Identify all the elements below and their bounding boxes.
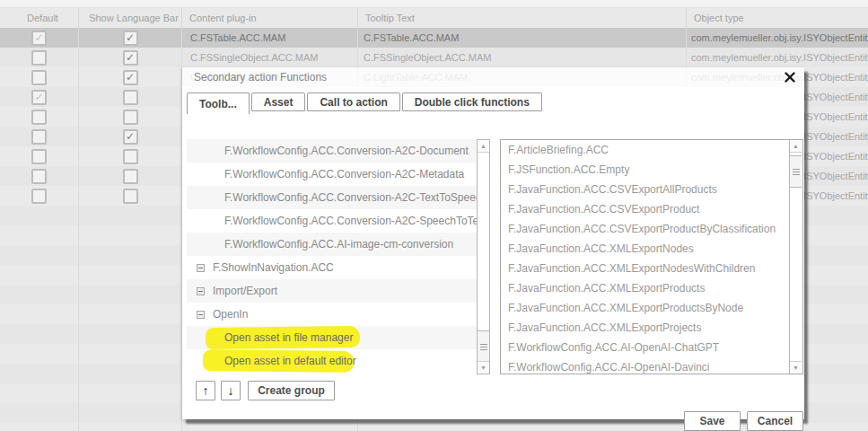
right-scrollbar[interactable]: ▲ ▼ — [789, 140, 802, 374]
table-row[interactable]: ✓C.FSSingleObject.ACC.MAMC.FSSingleObjec… — [0, 48, 868, 67]
empty-cell — [79, 285, 182, 304]
content-plugin-value: C.FSTable.ACC.MAM — [190, 32, 285, 43]
close-icon[interactable] — [784, 71, 796, 84]
tab-toolb-[interactable]: Toolb... — [187, 92, 250, 114]
check-icon: ✓ — [126, 72, 135, 83]
function-list-item-label: F.JavaFunction.ACC.XMLExportProductsByNo… — [508, 302, 743, 314]
tree-item-label: F.WorkflowConfig.ACC.AI-image-cm-convers… — [187, 238, 453, 251]
default-cell — [0, 107, 79, 127]
left-scrollbar[interactable]: ▲ ▼ — [477, 139, 490, 374]
show-language-bar-cell: ✓ — [79, 48, 182, 67]
show-language-bar-cell — [79, 107, 182, 127]
function-list-item[interactable]: F.JavaFunction.ACC.XMLExportProducts — [501, 278, 802, 298]
default-cell: ✓ — [0, 28, 79, 48]
function-list-item[interactable]: F.JavaFunction.ACC.CSVExportProduct — [501, 199, 802, 219]
empty-cell — [79, 364, 182, 383]
show-language-bar-checkbox[interactable] — [123, 110, 138, 125]
left-scrollbar-thumb[interactable] — [478, 330, 489, 363]
object-type-value: com.meylemueller.obj.isy.ISYObjectEntity — [691, 32, 868, 43]
table-row[interactable]: ✓✓C.FSTable.ACC.MAMC.FSTable.ACC.MAMcom.… — [0, 28, 868, 48]
tree-item[interactable]: Import/Export — [187, 279, 477, 303]
show-language-bar-checkbox[interactable]: ✓ — [123, 31, 138, 46]
tab-asset[interactable]: Asset — [251, 92, 306, 111]
default-cell — [0, 186, 79, 206]
tree-item-label: F.WorkflowConfig.ACC.Conversion-A2C-Docu… — [187, 145, 469, 157]
check-icon: ✓ — [126, 52, 135, 63]
empty-cell — [0, 324, 79, 344]
function-list-item[interactable]: F.WorkflowConfig.ACC.AI-OpenAI-ChatGPT — [501, 338, 802, 357]
default-checkbox[interactable] — [31, 70, 47, 85]
function-list-item[interactable]: F.JavaFunction.ACC.CSVExportAllProducts — [501, 180, 802, 199]
move-down-button[interactable]: ↓ — [221, 381, 241, 400]
function-list-item[interactable]: F.JavaFunction.ACC.CSVExportProductByCla… — [501, 219, 802, 239]
function-list-item[interactable]: F.WorkflowConfig.ACC.AI-OpenAI-Davinci — [501, 357, 802, 374]
tree-item[interactable]: F.WorkflowConfig.ACC.AI-image-cm-convers… — [187, 233, 477, 256]
table-top-strip — [0, 0, 868, 8]
tooltip-text-value: C.FSTable.ACC.MAM — [364, 32, 459, 43]
scroll-down-icon[interactable]: ▼ — [790, 361, 802, 374]
object-type-cell: com.meylemueller.obj.isy.ISYObjectEntity — [687, 48, 868, 67]
function-list-item[interactable]: F.JSFunction.ACC.Empty — [501, 160, 802, 180]
empty-cell — [0, 225, 79, 245]
collapse-icon[interactable] — [197, 287, 205, 295]
default-checkbox[interactable] — [31, 169, 47, 184]
tab-call-to-action[interactable]: Call to action — [307, 92, 399, 111]
show-language-bar-checkbox[interactable] — [123, 169, 138, 184]
empty-cell — [79, 403, 182, 423]
default-cell — [0, 146, 79, 166]
function-list-item[interactable]: F.JavaFunction.ACC.XMLExportProductsByNo… — [501, 298, 802, 318]
function-list-item-label: F.JavaFunction.ACC.CSVExportProductByCla… — [508, 223, 776, 235]
function-list-item[interactable]: F.JavaFunction.ACC.XMLExportNodesWithChi… — [501, 259, 802, 278]
show-language-bar-cell — [79, 87, 182, 107]
show-language-bar-checkbox[interactable] — [123, 189, 138, 204]
default-checkbox[interactable]: ✓ — [31, 31, 47, 46]
default-checkbox[interactable]: ✓ — [31, 90, 47, 105]
column-header: Content plug-in — [182, 8, 358, 28]
empty-cell — [79, 383, 182, 403]
default-checkbox[interactable] — [31, 149, 47, 164]
scroll-up-icon[interactable]: ▲ — [790, 140, 802, 153]
default-checkbox[interactable] — [31, 189, 47, 204]
tab-double-click-functions[interactable]: Double click functions — [402, 92, 542, 111]
tooltip-text-cell: C.FSTable.ACC.MAM — [358, 28, 687, 48]
empty-cell — [79, 206, 182, 225]
empty-cell — [0, 265, 79, 285]
tree-item-label: OpenIn — [205, 308, 248, 321]
show-language-bar-checkbox[interactable]: ✓ — [123, 50, 138, 66]
function-list-item-label: F.JavaFunction.ACC.XMLExportNodesWithChi… — [508, 262, 755, 275]
create-group-button[interactable]: Create group — [248, 381, 335, 400]
tree-item[interactable]: F.WorkflowConfig.ACC.Conversion-A2C-Meta… — [187, 163, 477, 186]
collapse-icon[interactable] — [197, 311, 205, 319]
show-language-bar-checkbox[interactable] — [123, 90, 138, 105]
object-type-cell: com.meylemueller.obj.isy.ISYObjectEntity — [687, 28, 868, 48]
empty-cell — [79, 304, 182, 324]
save-button[interactable]: Save — [684, 411, 741, 431]
show-language-bar-checkbox[interactable] — [123, 149, 138, 164]
function-list-item[interactable]: F.JavaFunction.ACC.XMLExportNodes — [501, 239, 802, 259]
scroll-down-icon[interactable]: ▼ — [478, 361, 489, 374]
empty-cell — [0, 364, 79, 383]
scroll-up-icon[interactable]: ▲ — [478, 140, 489, 153]
show-language-bar-checkbox[interactable]: ✓ — [123, 129, 138, 145]
function-list-item[interactable]: F.JavaFunction.ACC.XMLExportProjects — [501, 318, 802, 338]
check-icon: ✓ — [126, 32, 135, 43]
default-checkbox[interactable] — [31, 129, 47, 145]
tree-item[interactable]: F.WorkflowConfig.ACC.Conversion-A2C-Text… — [187, 186, 477, 209]
tree-item-label: F.WorkflowConfig.ACC.Conversion-A2C-Meta… — [187, 168, 464, 180]
collapse-icon[interactable] — [197, 264, 205, 272]
cancel-button[interactable]: Cancel — [747, 411, 803, 431]
default-checkbox[interactable] — [31, 110, 47, 125]
show-language-bar-cell: ✓ — [79, 28, 182, 48]
default-cell — [0, 127, 79, 146]
tree-item[interactable]: F.WorkflowConfig.ACC.Conversion-A2C-Spee… — [187, 209, 477, 233]
check-icon: ✓ — [126, 131, 135, 142]
default-checkbox[interactable] — [31, 50, 47, 66]
right-scrollbar-thumb[interactable] — [790, 155, 802, 188]
tree-item[interactable]: F.WorkflowConfig.ACC.Conversion-A2C-Docu… — [187, 139, 477, 163]
tree-item[interactable]: F.ShowInNavigation.ACC — [187, 256, 477, 279]
empty-cell — [0, 285, 79, 304]
show-language-bar-checkbox[interactable]: ✓ — [123, 70, 138, 85]
tree-item[interactable]: OpenIn — [187, 303, 477, 326]
function-list-item[interactable]: F.ArticleBriefing.ACC — [501, 140, 802, 160]
move-up-button[interactable]: ↑ — [196, 381, 215, 400]
